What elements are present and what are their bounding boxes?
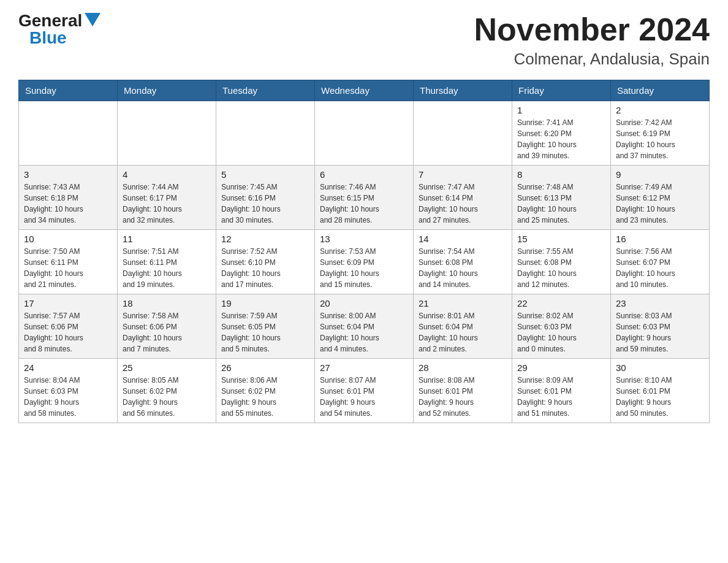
day-info: Sunrise: 8:06 AMSunset: 6:02 PMDaylight:… [221, 375, 309, 419]
col-monday: Monday [118, 80, 216, 101]
day-info: Sunrise: 7:49 AMSunset: 6:12 PMDaylight:… [616, 182, 704, 226]
day-info: Sunrise: 7:58 AMSunset: 6:06 PMDaylight:… [123, 310, 211, 354]
day-number: 1 [517, 105, 605, 115]
day-info: Sunrise: 7:46 AMSunset: 6:15 PMDaylight:… [320, 182, 408, 226]
day-info: Sunrise: 7:53 AMSunset: 6:09 PMDaylight:… [320, 246, 408, 290]
day-number: 9 [616, 169, 704, 180]
logo: General Blue [18, 12, 100, 47]
week-row-4: 17Sunrise: 7:57 AMSunset: 6:06 PMDayligh… [19, 294, 710, 359]
cell-w4-d1: 17Sunrise: 7:57 AMSunset: 6:06 PMDayligh… [19, 294, 118, 359]
cell-w2-d3: 5Sunrise: 7:45 AMSunset: 6:16 PMDaylight… [216, 166, 315, 230]
day-info: Sunrise: 7:41 AMSunset: 6:20 PMDaylight:… [517, 117, 605, 161]
cell-w4-d2: 18Sunrise: 7:58 AMSunset: 6:06 PMDayligh… [118, 294, 216, 359]
cell-w3-d3: 12Sunrise: 7:52 AMSunset: 6:10 PMDayligh… [216, 230, 315, 294]
page-header: General Blue November 2024 Colmenar, And… [18, 12, 710, 69]
day-number: 3 [24, 169, 112, 180]
week-row-5: 24Sunrise: 8:04 AMSunset: 6:03 PMDayligh… [19, 359, 710, 423]
col-tuesday: Tuesday [216, 80, 315, 101]
day-number: 22 [517, 298, 605, 308]
day-info: Sunrise: 7:57 AMSunset: 6:06 PMDaylight:… [24, 310, 112, 354]
cell-w1-d1 [19, 101, 118, 166]
cell-w5-d6: 29Sunrise: 8:09 AMSunset: 6:01 PMDayligh… [512, 359, 611, 423]
day-number: 25 [123, 362, 211, 373]
day-info: Sunrise: 7:47 AMSunset: 6:14 PMDaylight:… [419, 182, 507, 226]
day-info: Sunrise: 8:02 AMSunset: 6:03 PMDaylight:… [517, 310, 605, 354]
cell-w3-d2: 11Sunrise: 7:51 AMSunset: 6:11 PMDayligh… [118, 230, 216, 294]
cell-w2-d2: 4Sunrise: 7:44 AMSunset: 6:17 PMDaylight… [118, 166, 216, 230]
week-row-3: 10Sunrise: 7:50 AMSunset: 6:11 PMDayligh… [19, 230, 710, 294]
calendar-subtitle: Colmenar, Andalusia, Spain [474, 50, 710, 69]
cell-w1-d4 [315, 101, 414, 166]
col-saturday: Saturday [611, 80, 710, 101]
cell-w2-d7: 9Sunrise: 7:49 AMSunset: 6:12 PMDaylight… [611, 166, 710, 230]
day-info: Sunrise: 7:54 AMSunset: 6:08 PMDaylight:… [419, 246, 507, 290]
cell-w2-d6: 8Sunrise: 7:48 AMSunset: 6:13 PMDaylight… [512, 166, 611, 230]
day-number: 10 [24, 234, 112, 244]
day-number: 16 [616, 234, 704, 244]
day-info: Sunrise: 7:59 AMSunset: 6:05 PMDaylight:… [221, 310, 309, 354]
day-number: 15 [517, 234, 605, 244]
cell-w5-d4: 27Sunrise: 8:07 AMSunset: 6:01 PMDayligh… [315, 359, 414, 423]
day-info: Sunrise: 7:55 AMSunset: 6:08 PMDaylight:… [517, 246, 605, 290]
day-number: 24 [24, 362, 112, 373]
day-info: Sunrise: 7:48 AMSunset: 6:13 PMDaylight:… [517, 182, 605, 226]
day-number: 11 [123, 234, 211, 244]
day-number: 18 [123, 298, 211, 308]
cell-w4-d4: 20Sunrise: 8:00 AMSunset: 6:04 PMDayligh… [315, 294, 414, 359]
cell-w3-d1: 10Sunrise: 7:50 AMSunset: 6:11 PMDayligh… [19, 230, 118, 294]
day-info: Sunrise: 7:56 AMSunset: 6:07 PMDaylight:… [616, 246, 704, 290]
col-wednesday: Wednesday [315, 80, 414, 101]
day-info: Sunrise: 8:00 AMSunset: 6:04 PMDaylight:… [320, 310, 408, 354]
week-row-2: 3Sunrise: 7:43 AMSunset: 6:18 PMDaylight… [19, 166, 710, 230]
cell-w5-d5: 28Sunrise: 8:08 AMSunset: 6:01 PMDayligh… [414, 359, 512, 423]
day-number: 14 [419, 234, 507, 244]
cell-w1-d5 [414, 101, 512, 166]
day-number: 8 [517, 169, 605, 180]
day-number: 13 [320, 234, 408, 244]
col-friday: Friday [512, 80, 611, 101]
cell-w3-d7: 16Sunrise: 7:56 AMSunset: 6:07 PMDayligh… [611, 230, 710, 294]
day-info: Sunrise: 8:05 AMSunset: 6:02 PMDaylight:… [123, 375, 211, 419]
day-info: Sunrise: 8:07 AMSunset: 6:01 PMDaylight:… [320, 375, 408, 419]
day-number: 12 [221, 234, 309, 244]
day-info: Sunrise: 8:03 AMSunset: 6:03 PMDaylight:… [616, 310, 704, 354]
day-number: 19 [221, 298, 309, 308]
day-number: 6 [320, 169, 408, 180]
day-number: 29 [517, 362, 605, 373]
cell-w4-d5: 21Sunrise: 8:01 AMSunset: 6:04 PMDayligh… [414, 294, 512, 359]
calendar-header-row: Sunday Monday Tuesday Wednesday Thursday… [19, 80, 710, 101]
cell-w2-d5: 7Sunrise: 7:47 AMSunset: 6:14 PMDaylight… [414, 166, 512, 230]
day-info: Sunrise: 7:44 AMSunset: 6:17 PMDaylight:… [123, 182, 211, 226]
logo-blue: Blue [29, 29, 67, 47]
day-number: 4 [123, 169, 211, 180]
day-info: Sunrise: 7:52 AMSunset: 6:10 PMDaylight:… [221, 246, 309, 290]
day-info: Sunrise: 8:01 AMSunset: 6:04 PMDaylight:… [419, 310, 507, 354]
calendar-table: Sunday Monday Tuesday Wednesday Thursday… [18, 80, 710, 423]
cell-w3-d4: 13Sunrise: 7:53 AMSunset: 6:09 PMDayligh… [315, 230, 414, 294]
day-info: Sunrise: 7:43 AMSunset: 6:18 PMDaylight:… [24, 182, 112, 226]
cell-w1-d6: 1Sunrise: 7:41 AMSunset: 6:20 PMDaylight… [512, 101, 611, 166]
day-info: Sunrise: 8:04 AMSunset: 6:03 PMDaylight:… [24, 375, 112, 419]
day-number: 5 [221, 169, 309, 180]
cell-w1-d2 [118, 101, 216, 166]
day-number: 17 [24, 298, 112, 308]
day-info: Sunrise: 8:09 AMSunset: 6:01 PMDaylight:… [517, 375, 605, 419]
cell-w4-d3: 19Sunrise: 7:59 AMSunset: 6:05 PMDayligh… [216, 294, 315, 359]
cell-w1-d7: 2Sunrise: 7:42 AMSunset: 6:19 PMDaylight… [611, 101, 710, 166]
day-number: 23 [616, 298, 704, 308]
logo-triangle-icon [85, 13, 100, 26]
title-block: November 2024 Colmenar, Andalusia, Spain [474, 12, 710, 69]
day-info: Sunrise: 7:50 AMSunset: 6:11 PMDaylight:… [24, 246, 112, 290]
cell-w3-d5: 14Sunrise: 7:54 AMSunset: 6:08 PMDayligh… [414, 230, 512, 294]
logo-general: General [18, 12, 82, 29]
week-row-1: 1Sunrise: 7:41 AMSunset: 6:20 PMDaylight… [19, 101, 710, 166]
day-info: Sunrise: 7:45 AMSunset: 6:16 PMDaylight:… [221, 182, 309, 226]
day-number: 26 [221, 362, 309, 373]
cell-w2-d1: 3Sunrise: 7:43 AMSunset: 6:18 PMDaylight… [19, 166, 118, 230]
cell-w5-d1: 24Sunrise: 8:04 AMSunset: 6:03 PMDayligh… [19, 359, 118, 423]
col-thursday: Thursday [414, 80, 512, 101]
col-sunday: Sunday [19, 80, 118, 101]
cell-w5-d2: 25Sunrise: 8:05 AMSunset: 6:02 PMDayligh… [118, 359, 216, 423]
cell-w3-d6: 15Sunrise: 7:55 AMSunset: 6:08 PMDayligh… [512, 230, 611, 294]
day-number: 27 [320, 362, 408, 373]
